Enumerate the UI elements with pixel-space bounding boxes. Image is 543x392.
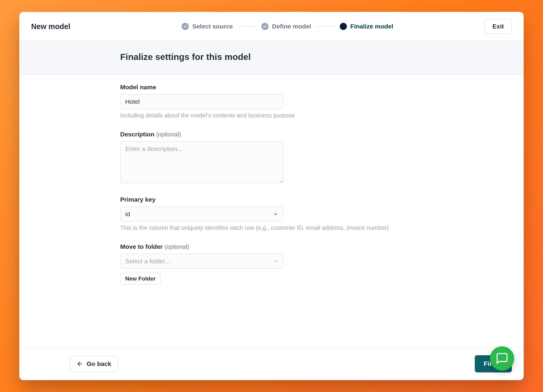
- app-window: New model Select source Define model Fin…: [19, 12, 524, 380]
- step-label: Define model: [272, 23, 311, 30]
- chevron-down-icon: [273, 211, 278, 217]
- check-circle-icon: [261, 23, 269, 30]
- description-label-text: Description: [120, 131, 155, 138]
- primary-key-value: id: [125, 211, 130, 218]
- description-input[interactable]: [120, 141, 283, 183]
- chat-icon: [496, 353, 508, 364]
- primary-key-label: Primary key: [120, 196, 461, 203]
- section-heading: Finalize settings for this model: [120, 52, 461, 62]
- field-model-name: Model name Including details about the m…: [120, 84, 461, 119]
- description-label: Description (optional): [120, 131, 461, 138]
- primary-key-help: This is the column that uniquely identif…: [120, 224, 461, 231]
- page-title: New model: [31, 22, 90, 31]
- footer: Go back Finish: [19, 347, 524, 380]
- optional-tag: (optional): [156, 131, 181, 138]
- field-move-to-folder: Move to folder (optional) Select a folde…: [120, 243, 461, 285]
- stepper: Select source Define model Finalize mode…: [98, 23, 477, 30]
- check-circle-icon: [182, 23, 189, 30]
- header: New model Select source Define model Fin…: [19, 12, 524, 41]
- field-description: Description (optional): [120, 131, 461, 184]
- move-to-folder-select[interactable]: Select a folder...: [120, 254, 283, 269]
- step-select-source[interactable]: Select source: [182, 23, 233, 30]
- move-to-folder-placeholder: Select a folder...: [125, 258, 170, 265]
- step-label: Select source: [192, 23, 233, 30]
- move-to-folder-label: Move to folder (optional): [120, 243, 461, 250]
- model-name-help: Including details about the model's cont…: [120, 112, 461, 119]
- chevron-down-icon: [273, 259, 278, 264]
- step-connector: [238, 26, 256, 27]
- go-back-label: Go back: [87, 360, 111, 367]
- go-back-button[interactable]: Go back: [70, 356, 118, 372]
- form-area: Model name Including details about the m…: [19, 75, 524, 347]
- primary-key-select[interactable]: id: [120, 207, 283, 222]
- field-primary-key: Primary key id This is the column that u…: [120, 196, 461, 231]
- step-define-model[interactable]: Define model: [261, 23, 311, 30]
- move-to-folder-label-text: Move to folder: [120, 243, 163, 250]
- model-name-label: Model name: [120, 84, 461, 91]
- new-folder-button[interactable]: New Folder: [120, 273, 161, 285]
- step-label: Finalize model: [350, 23, 393, 30]
- optional-tag: (optional): [164, 243, 189, 250]
- step-connector: [317, 26, 334, 27]
- chat-launcher-button[interactable]: [490, 346, 514, 371]
- active-step-dot-icon: [340, 23, 347, 30]
- exit-button[interactable]: Exit: [484, 19, 512, 34]
- step-finalize-model[interactable]: Finalize model: [340, 23, 393, 30]
- subheader: Finalize settings for this model: [19, 41, 524, 75]
- arrow-left-icon: [77, 361, 83, 367]
- model-name-input[interactable]: [120, 94, 283, 109]
